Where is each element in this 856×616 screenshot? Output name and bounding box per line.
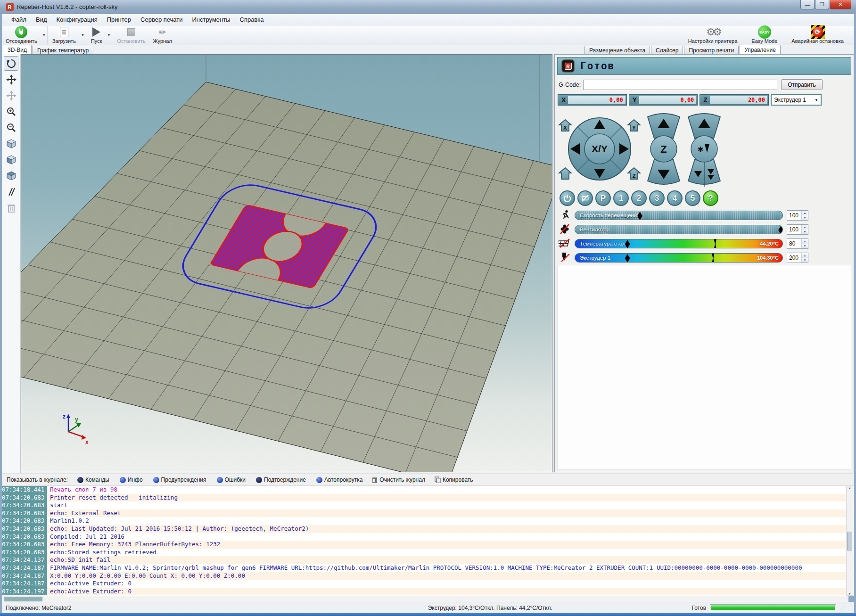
preset-5-button[interactable]: 5 bbox=[685, 190, 700, 206]
slider-label: Экструдер 1 bbox=[580, 255, 610, 261]
log-row: 07:34:24.137echo:SD init fail bbox=[2, 556, 854, 564]
home-x-button[interactable]: X bbox=[559, 120, 571, 131]
log-output: 07:34:18.441Печать слоя 7 из 9807:34:20.… bbox=[2, 486, 854, 596]
fan-slider-spinner[interactable]: 100▲▼ bbox=[787, 224, 808, 235]
start-dropdown[interactable]: ▼ bbox=[106, 26, 112, 45]
preset-1-button[interactable]: 1 bbox=[613, 190, 629, 206]
log-horizontal-scrollbar[interactable] bbox=[2, 596, 848, 602]
tab-3d-view[interactable]: 3D-Вид bbox=[3, 45, 32, 54]
tab-slicer[interactable]: Слайсер bbox=[651, 46, 683, 55]
title-bar[interactable]: R Repetier-Host V1.6.2 - copter-roll-sky… bbox=[0, 0, 856, 14]
quick-buttons: P12345? bbox=[560, 190, 718, 206]
view-iso-icon[interactable] bbox=[4, 136, 18, 151]
menu-item[interactable]: Файл bbox=[7, 15, 31, 25]
easy-mode-button[interactable]: EASY Easy Mode bbox=[748, 26, 781, 45]
home-y-button[interactable]: Y bbox=[628, 120, 640, 131]
svg-text:y: y bbox=[75, 416, 78, 423]
copy-log-button[interactable]: Копировать bbox=[435, 476, 473, 483]
extruder-temp-slider-spinner[interactable]: 200▲▼ bbox=[787, 253, 808, 263]
menu-item[interactable]: Конфигурация bbox=[52, 15, 102, 25]
svg-text:X/Y: X/Y bbox=[592, 143, 608, 154]
svg-text:Z: Z bbox=[660, 143, 667, 155]
fan-slider[interactable]: Вентилятор bbox=[575, 225, 783, 234]
parallel-projection-icon[interactable] bbox=[4, 184, 18, 199]
gears-icon: ⚙⚙ bbox=[706, 26, 719, 38]
extruder-select[interactable]: Экструдер 1▼ bbox=[771, 94, 822, 106]
menu-item[interactable]: Сервер печати bbox=[136, 15, 187, 25]
travel-speed-slider-spinner[interactable]: 100▲▼ bbox=[787, 210, 808, 221]
progress-bar bbox=[710, 604, 836, 611]
filter-dot-icon bbox=[120, 477, 126, 483]
tab-print-preview[interactable]: Просмотр печати bbox=[684, 46, 739, 55]
log-row: 07:34:20.683echo: Free Memory: 3743 Plan… bbox=[2, 541, 854, 549]
control-panel: R Готов G-Code: Отправить X0,00 Y0,00 Z2… bbox=[554, 54, 854, 472]
extruder-center[interactable] bbox=[691, 136, 717, 162]
svg-text:Y: Y bbox=[632, 125, 636, 131]
start-button[interactable]: Пуск bbox=[87, 26, 106, 45]
preset-4-button[interactable]: 4 bbox=[667, 190, 683, 206]
send-gcode-button[interactable]: Отправить bbox=[781, 79, 823, 90]
preset-2-button[interactable]: 2 bbox=[631, 190, 647, 206]
clear-log-button[interactable]: Очистить журнал bbox=[372, 476, 425, 483]
menu-item[interactable]: Принтер bbox=[102, 15, 136, 25]
ready-label: Готов bbox=[691, 605, 706, 611]
help-button[interactable]: ? bbox=[703, 190, 718, 206]
log-filter-предупреждения[interactable]: Предупреждения bbox=[153, 476, 206, 483]
move-view-icon[interactable] bbox=[4, 72, 18, 87]
3d-scene[interactable]: z y x bbox=[21, 55, 552, 472]
log-filter-ошибки[interactable]: Ошибки bbox=[217, 476, 246, 483]
menu-item[interactable]: Вид bbox=[31, 15, 52, 25]
preset-3-button[interactable]: 3 bbox=[649, 190, 665, 206]
3d-viewport[interactable]: z y x bbox=[21, 54, 552, 472]
log-show-label: Показывать в журнале: bbox=[7, 476, 68, 483]
printer-settings-button[interactable]: ⚙⚙ Настройки принтера bbox=[684, 26, 741, 45]
log-filter-команды[interactable]: Команды bbox=[77, 476, 109, 483]
view-top-icon[interactable] bbox=[4, 168, 18, 183]
motors-off-button[interactable] bbox=[577, 190, 593, 206]
minimize-button[interactable]: — bbox=[800, 0, 815, 9]
tab-temp-graph[interactable]: График температур bbox=[33, 46, 93, 55]
zoom-in-icon[interactable] bbox=[4, 104, 18, 119]
emergency-stop-button[interactable]: ⟳ Аварийная остановка bbox=[788, 26, 848, 45]
log-filter-автопрокрутка[interactable]: Автопрокрутка bbox=[316, 476, 362, 483]
disconnect-dropdown[interactable]: ▼ bbox=[41, 26, 48, 45]
stop-button[interactable]: Остановить bbox=[113, 26, 149, 45]
home-z-button[interactable]: Z bbox=[628, 168, 640, 179]
menu-item[interactable]: Инструменты bbox=[188, 15, 235, 25]
z-position: Z20,00 bbox=[700, 94, 769, 106]
load-dropdown[interactable]: ▼ bbox=[80, 26, 86, 45]
delete-object-icon[interactable] bbox=[4, 200, 18, 215]
extruder-temp-slider[interactable]: Экструдер 1104,30°C bbox=[575, 253, 783, 263]
move-object-icon[interactable] bbox=[4, 88, 18, 103]
bed-temp-slider-row: Температура стола44,20°C 80▲▼ bbox=[559, 238, 841, 249]
log-toggle-button[interactable]: ✏ Журнал bbox=[149, 26, 176, 45]
bed-temp-slider[interactable]: Температура стола44,20°C bbox=[575, 239, 783, 248]
view-front-icon[interactable] bbox=[4, 152, 18, 167]
log-filter-подтверждение[interactable]: Подтверждение bbox=[256, 476, 306, 483]
log-filter-инфо[interactable]: Инфо bbox=[120, 476, 143, 483]
tab-object-placement[interactable]: Размещение объекта bbox=[584, 46, 650, 55]
power-button[interactable] bbox=[560, 190, 575, 206]
tab-control[interactable]: Управление bbox=[740, 45, 781, 54]
travel-speed-slider[interactable]: Скорость перемещения bbox=[575, 211, 783, 220]
gcode-label: G-Code: bbox=[559, 82, 583, 88]
filter-dot-icon bbox=[217, 477, 223, 483]
menu-item[interactable]: Справка bbox=[235, 15, 269, 25]
bed-temp-slider-spinner[interactable]: 80▲▼ bbox=[787, 238, 808, 249]
y-value: 0,00 bbox=[639, 96, 696, 104]
maximize-button[interactable]: ❐ bbox=[815, 0, 829, 9]
log-row: 07:34:20.683Marlin1.0.2 bbox=[2, 517, 854, 525]
resize-grip[interactable]: ⋰ bbox=[840, 605, 846, 611]
log-vertical-scrollbar[interactable]: ▲▼ bbox=[846, 486, 853, 596]
park-button[interactable]: P bbox=[595, 190, 611, 206]
panel-empty-area bbox=[557, 265, 851, 469]
gcode-input[interactable] bbox=[583, 80, 777, 90]
log-row: 07:34:24.187X:0.00 Y:0.00 Z:0.00 E:0.00 … bbox=[2, 572, 854, 580]
zoom-out-icon[interactable] bbox=[4, 120, 18, 135]
load-button[interactable]: Загрузить bbox=[49, 26, 80, 45]
rotate-view-icon[interactable] bbox=[4, 56, 18, 71]
disconnect-button[interactable]: Отсоединить bbox=[2, 26, 41, 45]
home-all-button[interactable] bbox=[559, 168, 571, 179]
jog-controls[interactable]: X Y Z X/Y bbox=[558, 108, 724, 189]
close-button[interactable]: ✕ bbox=[830, 0, 851, 9]
